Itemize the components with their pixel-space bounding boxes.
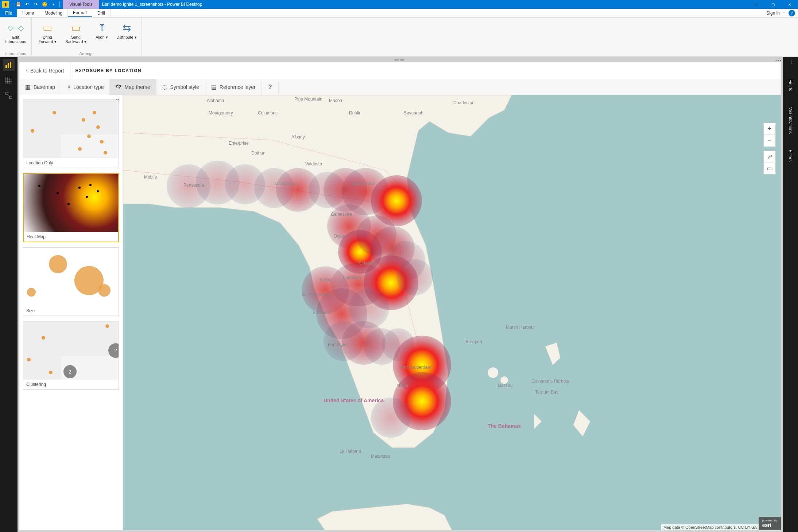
app-icon: ▮ — [2, 1, 9, 8]
map-theme-tool[interactable]: 🗺 Map theme — [110, 79, 156, 95]
svg-line-10 — [8, 95, 9, 96]
report-canvas: ══ ⋯ 〈 Back to Report EXPOSURE BY LOCATI… — [18, 57, 783, 532]
collapse-right-icon[interactable]: 〈 — [788, 59, 793, 66]
city-label: Marsh Harbour — [506, 325, 535, 330]
city-label: Sarasota — [313, 310, 330, 315]
bring-forward-button[interactable]: ▭ Bring Forward ▾ — [35, 19, 60, 50]
theme-thumb-location — [23, 100, 119, 158]
data-view-icon[interactable] — [3, 74, 15, 86]
theme-heat-map[interactable]: Heat Map — [23, 173, 119, 242]
zoom-in-button[interactable]: + — [764, 123, 775, 135]
location-type-tool[interactable]: ⌖ Location type — [61, 79, 110, 95]
tab-home[interactable]: Home — [17, 9, 39, 17]
esri-logo: powered by esri — [759, 517, 781, 530]
reference-layer-icon: ▤ — [211, 83, 217, 90]
theme-label: Location Only — [23, 158, 119, 168]
send-backward-button[interactable]: ▭ Send Backward ▾ — [63, 19, 89, 50]
city-label: Governor's Harbour — [531, 379, 570, 384]
smiley-icon[interactable]: 🙂 — [41, 1, 48, 8]
map-attribution: Map data © OpenStreetMap contributors, C… — [661, 524, 759, 530]
signin-link[interactable]: Sign in — [766, 11, 780, 16]
city-label: Pine Mountain — [294, 97, 322, 102]
theme-label: Size — [23, 306, 119, 316]
select-control: ⬀ ▭ — [763, 150, 776, 175]
select-rect-button[interactable]: ▭ — [764, 163, 775, 174]
ribbon: ◇─◇ Edit Interactions Interactions ▭ Bri… — [0, 17, 798, 57]
minimize-button[interactable]: — — [748, 0, 764, 9]
window-title: Esri demo Ignite 1_screenshots - Power B… — [99, 2, 748, 7]
svg-rect-0 — [5, 65, 7, 68]
window-buttons: — ▢ ✕ — [748, 0, 798, 9]
distribute-button[interactable]: ⇆ Distribute ▾ — [115, 19, 138, 50]
help-tool[interactable]: ? — [262, 79, 279, 95]
city-label: Tampa — [319, 277, 332, 282]
drag-handle[interactable]: ══ — [19, 58, 781, 62]
file-tab[interactable]: File — [0, 9, 17, 17]
tab-drill[interactable]: Drill — [92, 9, 111, 17]
map-canvas[interactable]: Pine MountainAlabamaMaconMontgomeryColum… — [123, 95, 781, 530]
symbol-style-icon: ◌ — [162, 83, 167, 90]
theme-thumb-heat — [24, 174, 118, 232]
city-label: La Habana — [340, 449, 361, 454]
city-label: Enterprise — [229, 141, 249, 146]
send-backward-icon: ▭ — [71, 20, 81, 35]
city-label: Tarpum Bay — [535, 390, 558, 395]
city-label: Matanzas — [371, 454, 390, 459]
chevron-down-icon[interactable]: ⌃ — [783, 11, 786, 15]
esri-toolbar: ▦ Basemap ⌖ Location type 🗺 Map theme ◌ … — [19, 79, 781, 95]
city-label: Jacksonville — [351, 181, 375, 186]
theme-size[interactable]: Size — [23, 247, 119, 316]
model-view-icon[interactable] — [3, 90, 15, 101]
svg-rect-9 — [9, 96, 12, 99]
zoom-out-button[interactable]: − — [764, 135, 775, 146]
ribbon-group-label: Interactions — [5, 50, 26, 56]
edit-interactions-button[interactable]: ◇─◇ Edit Interactions — [3, 19, 28, 50]
city-label: Valdosta — [305, 161, 322, 167]
city-label: Columbus — [258, 110, 278, 116]
city-label: Miami — [396, 383, 408, 388]
tab-modeling[interactable]: Modeling — [39, 9, 68, 17]
svg-rect-2 — [10, 62, 11, 68]
visualizations-pane-tab[interactable]: Visualizations — [788, 104, 793, 137]
help-icon[interactable]: ? — [789, 10, 795, 16]
fields-pane-tab[interactable]: Fields — [788, 77, 793, 94]
reference-layer-tool[interactable]: ▤ Reference layer — [205, 79, 262, 95]
city-label: Savannah — [404, 110, 423, 116]
city-label: Dublin — [349, 110, 361, 116]
redo-icon[interactable]: ↷ — [32, 1, 39, 8]
report-view-icon[interactable] — [3, 59, 15, 71]
signin-area: Sign in ⌃ ? — [766, 9, 798, 17]
map-theme-panel: ✕ — [19, 95, 123, 530]
pointer-button[interactable]: ⬀ — [764, 151, 775, 163]
quick-access-toolbar: ▮ 💾 ↶ ↷ 🙂 ▾ — [0, 1, 63, 8]
contextual-tab-header: Visual Tools — [63, 0, 99, 9]
theme-location-only[interactable]: Location Only — [23, 99, 119, 168]
city-label: Charleston — [453, 100, 474, 105]
ribbon-group-interactions: ◇─◇ Edit Interactions Interactions — [0, 17, 32, 56]
close-button[interactable]: ✕ — [781, 0, 798, 9]
qat-dropdown-icon[interactable]: ▾ — [50, 1, 57, 8]
align-button[interactable]: ⤒ Align ▾ — [92, 19, 112, 50]
city-label: Mobile — [144, 175, 157, 180]
theme-thumb-clustering: 2 2 — [23, 321, 119, 380]
city-label: Montgomery — [209, 110, 233, 116]
basemap-tool[interactable]: ▦ Basemap — [19, 79, 61, 95]
back-to-report-button[interactable]: 〈 Back to Report — [23, 62, 70, 79]
interactions-icon: ◇─◇ — [8, 20, 24, 35]
symbol-style-tool[interactable]: ◌ Symbol style — [156, 79, 205, 95]
svg-point-11 — [488, 367, 498, 378]
city-label: Freeport — [466, 339, 482, 344]
tab-format[interactable]: Format — [68, 9, 92, 17]
visual-header: 〈 Back to Report EXPOSURE BY LOCATION — [19, 62, 781, 79]
theme-clustering[interactable]: 2 2 Clustering — [23, 321, 119, 390]
maximize-button[interactable]: ▢ — [764, 0, 781, 9]
ribbon-group-label: Arrange — [79, 50, 93, 56]
map-theme-icon: 🗺 — [116, 84, 121, 90]
save-icon[interactable]: 💾 — [15, 1, 22, 8]
city-label: Fort Lauderdale — [400, 365, 431, 370]
usa-label: United States of America — [324, 398, 384, 404]
undo-icon[interactable]: ↶ — [24, 1, 30, 8]
filters-pane-tab[interactable]: Filters — [788, 147, 793, 165]
city-label: St. Petersburg — [302, 292, 330, 297]
bahamas-label: The Bahamas — [488, 423, 521, 429]
